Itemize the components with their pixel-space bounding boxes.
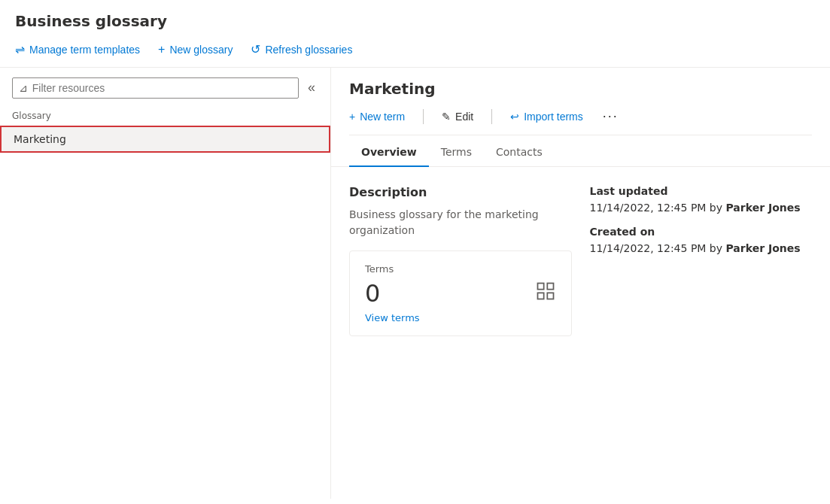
filter-input-wrapper[interactable]: ⊿ (12, 77, 299, 99)
created-on-value: 11/14/2022, 12:45 PM by Parker Jones (590, 242, 813, 254)
top-bar: Business glossary ⇌ Manage term template… (0, 0, 830, 68)
content-toolbar: + New term ✎ Edit ↩ Import terms ··· (349, 107, 812, 135)
last-updated-label: Last updated (590, 185, 813, 197)
last-updated-section: Last updated 11/14/2022, 12:45 PM by Par… (590, 185, 813, 214)
refresh-icon: ↺ (251, 42, 260, 56)
sidebar-section-label: Glossary (0, 108, 330, 126)
tab-overview[interactable]: Overview (349, 138, 429, 167)
description-label: Description (349, 185, 572, 199)
terms-count: 0 (365, 279, 420, 308)
svg-rect-0 (537, 284, 543, 290)
import-icon: ↩ (510, 111, 519, 123)
edit-icon: ✎ (442, 111, 451, 123)
content-header: Marketing + New term ✎ Edit ↩ Import ter… (331, 68, 830, 135)
page-title: Business glossary (15, 12, 815, 30)
plus-term-icon: + (349, 111, 355, 123)
content-title: Marketing (349, 80, 812, 98)
filter-icon: ⊿ (19, 82, 28, 94)
collapse-sidebar-button[interactable]: « (305, 77, 318, 99)
last-updated-value: 11/14/2022, 12:45 PM by Parker Jones (590, 202, 813, 214)
import-terms-button[interactable]: ↩ Import terms (510, 108, 583, 126)
created-on-section: Created on 11/14/2022, 12:45 PM by Parke… (590, 226, 813, 254)
created-on-label: Created on (590, 226, 813, 238)
tabs-bar: Overview Terms Contacts (331, 138, 830, 167)
terms-card-label: Terms (365, 263, 420, 275)
sidebar: ⊿ « Glossary Marketing (0, 68, 331, 499)
svg-rect-3 (547, 293, 553, 299)
more-options-button[interactable]: ··· (598, 107, 623, 126)
description-section: Description Business glossary for the ma… (349, 185, 572, 238)
description-text: Business glossary for the marketing orga… (349, 207, 572, 238)
refresh-glossaries-button[interactable]: ↺ Refresh glossaries (251, 39, 352, 59)
tab-contacts[interactable]: Contacts (484, 138, 555, 167)
view-terms-link[interactable]: View terms (365, 312, 420, 323)
grid-icon (535, 281, 556, 306)
filter-input[interactable] (32, 82, 292, 94)
toolbar-divider-2 (491, 109, 492, 124)
svg-rect-2 (537, 293, 543, 299)
terms-card: Terms 0 View terms (349, 250, 572, 336)
sliders-icon: ⇌ (15, 42, 25, 56)
edit-button[interactable]: ✎ Edit (442, 108, 473, 126)
svg-rect-1 (547, 284, 553, 290)
main-toolbar: ⇌ Manage term templates + New glossary ↺… (15, 39, 815, 59)
overview-grid: Description Business glossary for the ma… (349, 185, 812, 336)
sidebar-item-marketing[interactable]: Marketing (0, 126, 330, 153)
right-column: Last updated 11/14/2022, 12:45 PM by Par… (590, 185, 813, 336)
content-body: Description Business glossary for the ma… (331, 167, 830, 499)
manage-templates-button[interactable]: ⇌ Manage term templates (15, 39, 140, 59)
new-glossary-button[interactable]: + New glossary (158, 40, 233, 59)
plus-icon: + (158, 43, 165, 56)
main-layout: ⊿ « Glossary Marketing Marketing + New t… (0, 68, 830, 499)
content-panel: Marketing + New term ✎ Edit ↩ Import ter… (331, 68, 830, 499)
tab-terms[interactable]: Terms (429, 138, 484, 167)
toolbar-divider-1 (423, 109, 424, 124)
filter-bar: ⊿ « (0, 77, 330, 108)
left-column: Description Business glossary for the ma… (349, 185, 572, 336)
terms-card-inner: Terms 0 View terms (365, 263, 420, 323)
new-term-button[interactable]: + New term (349, 108, 405, 126)
